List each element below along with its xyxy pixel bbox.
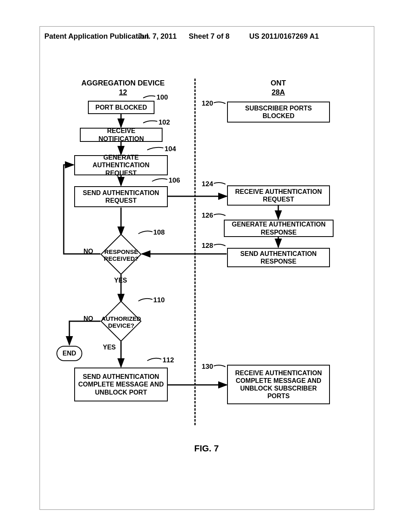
box-receive-notification: RECEIVE NOTIFICATION (80, 128, 163, 142)
box-gen-auth-resp: GENERATE AUTHENTICATION RESPONSE (224, 220, 334, 237)
num-104: 104 (165, 145, 176, 153)
num-102: 102 (159, 118, 170, 127)
box-send-complete: SEND AUTHENTICATION COMPLETE MESSAGE AND… (74, 368, 168, 401)
num-130: 130 (202, 363, 213, 371)
num-108: 108 (153, 229, 165, 237)
num-106: 106 (169, 177, 180, 185)
text-send-complete: SEND AUTHENTICATION COMPLETE MESSAGE AND… (78, 373, 164, 396)
header-left: Patent Application Publication (44, 32, 149, 41)
box-recv-auth-req: RECEIVE AUTHENTICATION REQUEST (227, 185, 330, 206)
ont-title-line1: ONT (271, 79, 286, 87)
text-recv-complete: RECEIVE AUTHENTICATION COMPLETE MESSAGE … (231, 369, 326, 400)
header-date: Jul. 7, 2011 (138, 32, 177, 41)
num-126: 126 (202, 212, 213, 220)
diamond-response-received: RESPONSE RECEIVED? (100, 234, 142, 275)
box-subscriber-blocked: SUBSCRIBER PORTS BLOCKED (227, 102, 330, 123)
ont-title-line2: 28A (271, 88, 285, 96)
num-112: 112 (163, 356, 174, 364)
box-gen-auth-req: GENERATE AUTHENTICATION REQUEST (74, 155, 168, 175)
box-send-auth-req: SEND AUTHENTICATION REQUEST (74, 186, 168, 207)
num-124: 124 (202, 180, 213, 188)
text-port-blocked: PORT BLOCKED (96, 104, 147, 111)
diamond-authorized-device: AUTHORIZED DEVICE? (100, 301, 142, 342)
text-recv-auth-req: RECEIVE AUTHENTICATION REQUEST (231, 188, 326, 203)
text-receive-notification: RECEIVE NOTIFICATION (84, 127, 159, 142)
text-end: END (63, 350, 76, 357)
num-128: 128 (202, 242, 213, 250)
text-response-received: RESPONSE RECEIVED? (93, 248, 150, 262)
box-send-auth-resp: SEND AUTHENTICATION RESPONSE (227, 248, 330, 267)
text-gen-auth-req: GENERATE AUTHENTICATION REQUEST (78, 154, 164, 177)
label-no-108: NO (83, 248, 93, 255)
page-border (40, 26, 374, 510)
text-send-auth-resp: SEND AUTHENTICATION RESPONSE (231, 250, 326, 265)
num-110: 110 (153, 296, 165, 304)
end-terminal: END (56, 346, 82, 361)
header-pubno: US 2011/0167269 A1 (249, 32, 319, 41)
agg-title-line1: AGGREGATION DEVICE (81, 79, 165, 87)
text-gen-auth-resp: GENERATE AUTHENTICATION RESPONSE (228, 220, 330, 236)
label-yes-108: YES (114, 277, 127, 284)
text-authorized-device: AUTHORIZED DEVICE? (93, 315, 150, 329)
box-recv-complete: RECEIVE AUTHENTICATION COMPLETE MESSAGE … (227, 365, 330, 404)
text-subscriber-blocked: SUBSCRIBER PORTS BLOCKED (231, 104, 326, 120)
num-100: 100 (156, 94, 168, 102)
text-send-auth-req: SEND AUTHENTICATION REQUEST (78, 189, 164, 204)
label-no-110: NO (83, 315, 93, 322)
connector-lines (0, 79, 413, 482)
center-divider (194, 79, 196, 425)
header-sheet: Sheet 7 of 8 (189, 32, 229, 41)
ont-column-title: ONT 28A (226, 79, 331, 97)
agg-title-line2: 12 (119, 88, 127, 96)
label-yes-110: YES (103, 344, 116, 351)
box-port-blocked: PORT BLOCKED (88, 101, 154, 114)
num-120: 120 (202, 100, 213, 108)
figure-caption: FIG. 7 (0, 443, 413, 454)
